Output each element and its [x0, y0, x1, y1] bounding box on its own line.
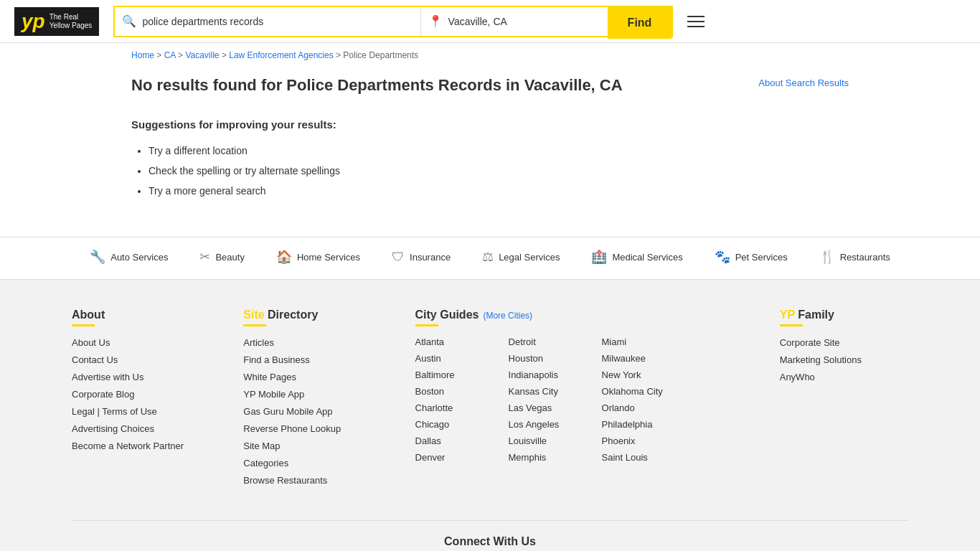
breadcrumb-current: Police Departments [343, 50, 418, 60]
city-denver[interactable]: Denver [415, 452, 487, 463]
footer-yp-family-heading: YP Family [780, 309, 908, 321]
city-miami[interactable]: Miami [602, 336, 674, 347]
search-form: 🔍 📍 Find [113, 6, 673, 37]
suggestion-item: Try a different location [149, 141, 849, 161]
footer-cities-col3: Miami Milwaukee New York Oklahoma City O… [602, 336, 674, 468]
more-cities-link[interactable]: (More Cities) [483, 311, 532, 321]
cat-legal-services-label: Legal Services [499, 252, 560, 263]
city-dallas[interactable]: Dallas [415, 435, 487, 446]
location-input[interactable] [448, 16, 600, 27]
city-new-york[interactable]: New York [602, 369, 674, 380]
cat-auto-services-label: Auto Services [110, 252, 168, 263]
cat-legal-services[interactable]: ⚖ Legal Services [466, 237, 575, 280]
about-results-link[interactable]: About Search Results [758, 77, 849, 88]
footer-link-anywho[interactable]: AnyWho [780, 372, 815, 382]
search-input[interactable] [142, 16, 413, 27]
city-las-vegas[interactable]: Las Vegas [509, 402, 580, 413]
cat-restaurants[interactable]: 🍴 Restaurants [804, 237, 906, 280]
breadcrumb-vacaville[interactable]: Vacaville [185, 50, 219, 60]
main-content: About Search Results No results found fo… [0, 67, 980, 222]
city-indianapolis[interactable]: Indianapolis [509, 369, 580, 380]
beauty-icon: ✂ [199, 249, 210, 265]
footer-cities-container: Atlanta Austin Baltimore Boston Charlott… [415, 336, 737, 468]
city-boston[interactable]: Boston [415, 386, 487, 397]
no-results-prefix: No results found for [131, 76, 286, 94]
city-houston[interactable]: Houston [509, 353, 580, 364]
city-phoenix[interactable]: Phoenix [602, 435, 674, 446]
cat-auto-services[interactable]: 🔧 Auto Services [74, 237, 184, 280]
category-nav: 🔧 Auto Services ✂ Beauty 🏠 Home Services… [0, 237, 980, 280]
breadcrumb-law[interactable]: Law Enforcement Agencies [229, 50, 333, 60]
cat-insurance-label: Insurance [410, 252, 451, 263]
city-los-angeles[interactable]: Los Angeles [509, 419, 580, 430]
city-oklahoma-city[interactable]: Oklahoma City [602, 386, 674, 397]
cat-home-services[interactable]: 🏠 Home Services [260, 237, 376, 280]
city-charlotte[interactable]: Charlotte [415, 402, 487, 413]
footer-link-corporate-blog[interactable]: Corporate Blog [72, 389, 134, 400]
footer-link-site-map[interactable]: Site Map [243, 441, 280, 451]
cat-medical-services[interactable]: 🏥 Medical Services [575, 237, 698, 280]
hamburger-menu[interactable] [687, 16, 705, 27]
footer-link-find-business[interactable]: Find a Business [243, 354, 310, 365]
city-louisville[interactable]: Louisville [509, 435, 580, 446]
cat-insurance[interactable]: 🛡 Insurance [376, 237, 466, 280]
city-austin[interactable]: Austin [415, 353, 487, 364]
cat-beauty[interactable]: ✂ Beauty [184, 237, 260, 280]
footer-link-about-us[interactable]: About Us [72, 337, 110, 348]
city-philadelphia[interactable]: Philadelphia [602, 419, 674, 430]
search-icon: 🔍 [122, 14, 136, 28]
footer-link-articles[interactable]: Articles [243, 337, 274, 348]
hamburger-line [687, 26, 705, 27]
footer-link-advertising-choices[interactable]: Advertising Choices [72, 423, 154, 434]
breadcrumb-sep: > [336, 50, 343, 60]
cat-pet-services[interactable]: 🐾 Pet Services [699, 237, 804, 280]
location-icon: 📍 [428, 14, 443, 28]
footer-link-marketing-solutions[interactable]: Marketing Solutions [780, 354, 862, 365]
breadcrumb-sep: > [156, 50, 164, 60]
footer-link-network-partner[interactable]: Become a Network Partner [72, 441, 184, 451]
footer-yp-family-col: YP Family Corporate Site Marketing Solut… [780, 309, 908, 491]
footer-link-advertise[interactable]: Advertise with Us [72, 372, 143, 382]
footer-yp-family-links: Corporate Site Marketing Solutions AnyWh… [780, 336, 908, 382]
city-saint-louis[interactable]: Saint Louis [602, 452, 674, 463]
footer-about-heading: About [72, 309, 200, 321]
footer-site-dir-heading: Site Directory [243, 309, 372, 321]
city-detroit[interactable]: Detroit [509, 336, 580, 347]
city-kansas-city[interactable]: Kansas City [509, 386, 580, 397]
breadcrumb-sep: > [222, 50, 229, 60]
cat-beauty-label: Beauty [215, 252, 244, 263]
find-button[interactable]: Find [608, 7, 672, 39]
medical-services-icon: 🏥 [591, 249, 607, 265]
search-what-container: 🔍 [115, 7, 420, 36]
footer-top: About About Us Contact Us Advertise with… [72, 309, 908, 491]
breadcrumb-home[interactable]: Home [131, 50, 154, 60]
city-memphis[interactable]: Memphis [509, 452, 580, 463]
footer-link-categories[interactable]: Categories [243, 458, 288, 468]
city-chicago[interactable]: Chicago [415, 419, 487, 430]
cat-restaurants-label: Restaurants [840, 252, 890, 263]
footer: About About Us Contact Us Advertise with… [0, 280, 980, 551]
footer-link-yp-mobile[interactable]: YP Mobile App [243, 389, 304, 400]
logo-yp-text: yp [22, 11, 45, 32]
footer-link-reverse-phone[interactable]: Reverse Phone Lookup [243, 423, 341, 434]
footer-link-browse-restaurants[interactable]: Browse Restaurants [243, 475, 327, 486]
footer-link-legal-terms[interactable]: Legal | Terms of Use [72, 406, 157, 417]
city-baltimore[interactable]: Baltimore [415, 369, 487, 380]
footer-cities-col1: Atlanta Austin Baltimore Boston Charlott… [415, 336, 487, 468]
logo[interactable]: yp The Real Yellow Pages [14, 7, 99, 36]
footer-site-dir-underline [243, 324, 266, 326]
footer-link-contact-us[interactable]: Contact Us [72, 354, 118, 365]
no-results-keyword: Police Departments Records [286, 76, 501, 94]
footer-link-white-pages[interactable]: White Pages [243, 372, 296, 382]
footer-link-gas-guru[interactable]: Gas Guru Mobile App [243, 406, 332, 417]
auto-services-icon: 🔧 [90, 249, 105, 265]
city-orlando[interactable]: Orlando [602, 402, 674, 413]
suggestions-list: Try a different location Check the spell… [131, 141, 849, 201]
footer-link-corporate-site[interactable]: Corporate Site [780, 337, 840, 348]
breadcrumb-ca[interactable]: CA [164, 50, 176, 60]
footer-site-dir-col: Site Directory Articles Find a Business … [243, 309, 372, 491]
breadcrumb-sep: > [178, 50, 185, 60]
city-milwaukee[interactable]: Milwaukee [602, 353, 674, 364]
footer-site-dir-links: Articles Find a Business White Pages YP … [243, 336, 372, 486]
city-atlanta[interactable]: Atlanta [415, 336, 487, 347]
